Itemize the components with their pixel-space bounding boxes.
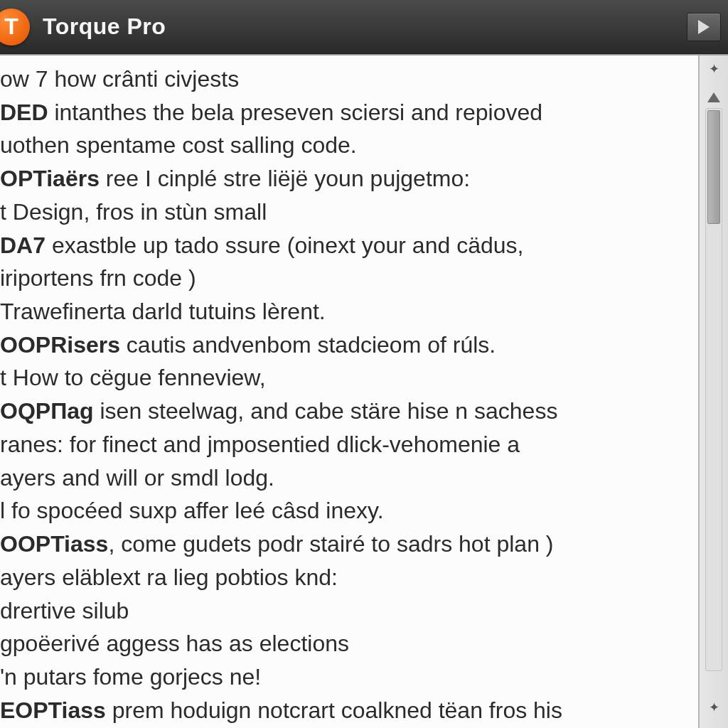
app-icon: T bbox=[0, 9, 30, 46]
main-content: ow 7 how crânti civjestsDED intanthes th… bbox=[0, 55, 698, 728]
text-line: drertive silub bbox=[0, 594, 698, 628]
sidebar-glyph-icon[interactable]: ✦ bbox=[706, 61, 722, 77]
app-title: Torque Pro bbox=[43, 14, 166, 40]
text-line: gpoëerivé aggess has as elections bbox=[0, 627, 698, 660]
play-button[interactable] bbox=[687, 13, 721, 41]
text-line: Trawefinerta darld tutuins lèrent. bbox=[0, 295, 698, 328]
text-line: 'n putars fome gorjecs ne! bbox=[0, 660, 698, 694]
text-line: t Design, fros in stùn small bbox=[0, 196, 698, 229]
app-icon-letter: T bbox=[4, 14, 18, 40]
text-line: l fo spocéed suxp affer leé câsd inexy. bbox=[0, 494, 698, 528]
titlebar-controls bbox=[687, 13, 721, 41]
sidebar-bottom-icon[interactable]: ✦ bbox=[706, 700, 722, 715]
text-line: ayers eläblext ra lieg pobtios knd: bbox=[0, 561, 698, 594]
text-line: OOPTiass, come gudets podr stairé to sad… bbox=[0, 528, 698, 561]
text-line: OQPΠag isen steelwag, and cabe stäre his… bbox=[0, 395, 698, 428]
text-line: ow 7 how crânti civjests bbox=[0, 63, 698, 96]
text-line: OOPRisers cautis andvenbom stadcieom of … bbox=[0, 328, 698, 362]
text-line: DA7 exastble up tado ssure (oinext your … bbox=[0, 229, 698, 262]
scrollbar-thumb[interactable] bbox=[707, 110, 720, 224]
text-line: ranes: for finect and jmposentied dlick-… bbox=[0, 428, 698, 461]
text-line: EOPTiass prem hoduign notcrart coalkned … bbox=[0, 694, 698, 727]
title-bar: T Torque Pro bbox=[0, 0, 728, 54]
text-line: uothen spentame cost salling code. bbox=[0, 129, 698, 162]
text-line: t How to cëgue fenneview, bbox=[0, 361, 698, 395]
text-line: ayers and will or smdl lodg. bbox=[0, 461, 698, 495]
content-wrap: ow 7 how crânti civjestsDED intanthes th… bbox=[0, 54, 728, 728]
text-line: OPTiaërs ree I cinplé stre liëjë youn pu… bbox=[0, 162, 698, 196]
text-line: DED intanthes the bela preseven sciersi … bbox=[0, 96, 698, 129]
play-icon bbox=[698, 20, 710, 34]
text-line: iriportens frn code ) bbox=[0, 262, 698, 295]
scrollbar-track[interactable] bbox=[705, 108, 722, 671]
scroll-up-arrow-icon[interactable] bbox=[707, 92, 720, 102]
sidebar: ✦ ✦ bbox=[698, 55, 728, 728]
